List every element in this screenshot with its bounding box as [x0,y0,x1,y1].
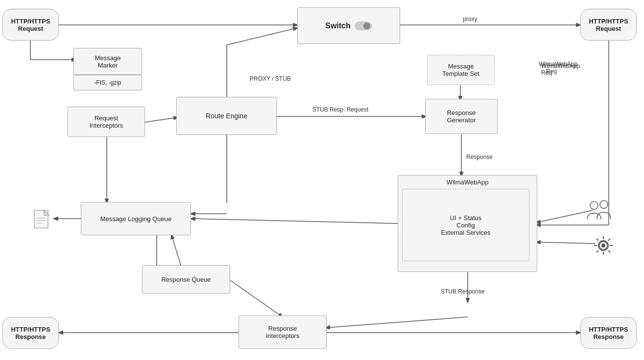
wilma-webapp-label: WilmaWebApp [402,179,533,186]
person-icons [585,200,617,226]
response-interceptors-label: Response Interceptors [266,325,300,339]
response-generator-label: Response Generator [447,109,476,124]
fis-gzip-label: -FIS, -gzip [94,79,121,86]
svg-line-33 [536,242,595,244]
svg-line-5 [144,117,178,122]
http-response-right-label: HTTP/HTTPS Response [589,326,628,340]
route-engine-box: Route Engine [176,97,277,135]
svg-line-18 [191,219,399,224]
http-request-right-label: HTTP/HTTPS Request [589,18,628,32]
fis-gzip-box: -FIS, -gzip [73,75,142,90]
svg-line-50 [596,250,598,252]
svg-text:STUB Resp. Request: STUB Resp. Request [312,106,369,113]
message-marker-box: Message Marker [73,48,142,75]
message-logging-queue-label: Message Logging Queue [100,215,171,223]
document-icon [33,209,53,233]
http-request-left: HTTP/HTTPS Request [2,9,59,41]
svg-text:Response: Response [466,154,493,160]
svg-line-47 [596,239,598,241]
message-template-set-label: Message Template Set [442,63,479,77]
config-label: Config [456,222,475,229]
response-generator-box: Response Generator [425,99,498,134]
response-queue-box: Response Queue [142,265,230,293]
svg-line-7 [227,28,297,45]
request-interceptors-box: Request Interceptors [68,107,145,137]
svg-text:proxy: proxy [463,16,477,22]
switch-label: Switch [325,22,351,30]
response-queue-label: Response Queue [161,276,211,283]
svg-line-32 [536,210,593,223]
svg-text:PROXY / STUB: PROXY / STUB [250,75,291,82]
message-template-set-box: Message Template Set [427,55,495,85]
svg-line-30 [326,317,468,328]
ui-status-config-box: UI + Status Config External Services [402,189,529,261]
switch-box: Switch [297,7,400,44]
gear-icon [590,232,617,259]
toggle-switch-icon[interactable] [355,22,372,30]
response-interceptors-box: Response Interceptors [239,315,327,349]
svg-point-40 [600,201,608,208]
svg-line-31 [230,280,283,317]
svg-point-42 [601,244,605,248]
external-services-label: External Services [441,229,490,236]
message-marker-label: Message Marker [95,54,121,69]
wilma-webapp-outer-box: WilmaWebApp UI + Status Config External … [398,175,537,272]
http-request-right: HTTP/HTTPS Request [580,9,637,41]
http-response-left-label: HTTP/HTTPS Response [11,326,50,340]
ui-status-label: UI + Status [450,214,482,222]
http-response-left: HTTP/HTTPS Response [2,317,59,349]
route-engine-label: Route Engine [206,112,247,120]
svg-point-39 [590,202,598,209]
wilmawebapp-req-label: WilmaWebAppReq [541,63,580,76]
architecture-diagram: proxy PROXY / STUB STUB Resp. Request Re… [0,0,644,360]
message-logging-queue-box: Message Logging Queue [81,202,191,235]
svg-line-48 [608,250,610,252]
http-response-right: HTTP/HTTPS Response [580,317,637,349]
svg-line-25 [171,235,181,267]
request-interceptors-label: Request Interceptors [90,114,123,129]
http-request-left-label: HTTP/HTTPS Request [11,18,50,32]
svg-text:STUB Response: STUB Response [441,288,485,295]
svg-line-49 [608,239,610,241]
